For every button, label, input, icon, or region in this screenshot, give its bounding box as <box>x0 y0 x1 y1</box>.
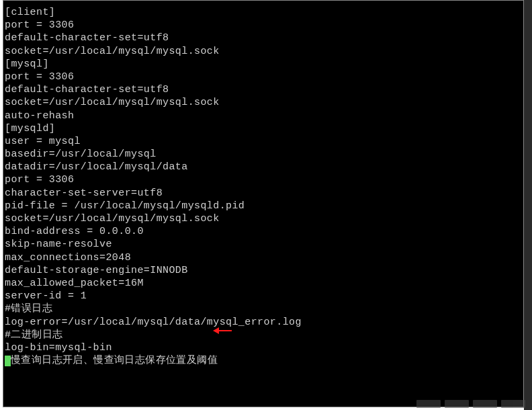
terminal-editor-viewport[interactable]: [client] port = 3306 default-character-s… <box>3 0 524 407</box>
config-line: max_connections=2048 <box>5 251 522 264</box>
config-line: auto-rehash <box>5 110 522 122</box>
scrollbar-track[interactable] <box>524 0 532 410</box>
text-cursor <box>5 356 11 366</box>
watermark-overlay <box>391 398 525 410</box>
config-line: socket=/usr/local/mysql/mysql.sock <box>5 96 522 109</box>
watermark-block <box>501 400 525 408</box>
config-line: log-error=/usr/local/mysql/data/mysql_er… <box>5 316 522 329</box>
config-line: [mysql] <box>5 58 522 71</box>
config-line: port = 3306 <box>5 173 522 186</box>
config-line: #二进制日志 <box>5 329 522 341</box>
config-line: server-id = 1 <box>5 290 522 302</box>
config-content: [client] port = 3306 default-character-s… <box>5 6 522 367</box>
config-line: port = 3306 <box>5 71 522 83</box>
config-line: socket=/usr/local/mysql/mysql.sock <box>5 212 522 225</box>
watermark-block <box>445 400 469 408</box>
config-line: character-set-server=utf8 <box>5 187 522 200</box>
watermark-block <box>416 400 441 408</box>
config-line: #错误日志 <box>5 302 522 315</box>
config-line: default-character-set=utf8 <box>5 83 522 96</box>
config-line: max_allowed_packet=16M <box>5 277 522 290</box>
config-line: [client] <box>5 6 522 19</box>
config-line: bind-address = 0.0.0.0 <box>5 225 522 238</box>
config-line: default-storage-engine=INNODB <box>5 264 522 277</box>
config-cursor-line: 慢查询日志开启、慢查询日志保存位置及阈值 <box>5 354 522 367</box>
config-line: [mysqld] <box>5 122 522 135</box>
config-line: skip-name-resolve <box>5 238 522 251</box>
config-line: basedir=/usr/local/mysql <box>5 148 522 161</box>
config-line: port = 3306 <box>5 19 522 32</box>
config-line: datadir=/usr/local/mysql/data <box>5 161 522 173</box>
config-line: default-character-set=utf8 <box>5 32 522 44</box>
config-line: pid-file = /usr/local/mysql/mysqld.pid <box>5 200 522 212</box>
watermark-block <box>473 400 497 408</box>
config-line: 慢查询日志开启、慢查询日志保存位置及阈值 <box>11 355 218 366</box>
config-line: log-bin=mysql-bin <box>5 341 522 354</box>
config-line: user = mysql <box>5 135 522 148</box>
config-line: socket=/usr/local/mysql/mysql.sock <box>5 45 522 58</box>
